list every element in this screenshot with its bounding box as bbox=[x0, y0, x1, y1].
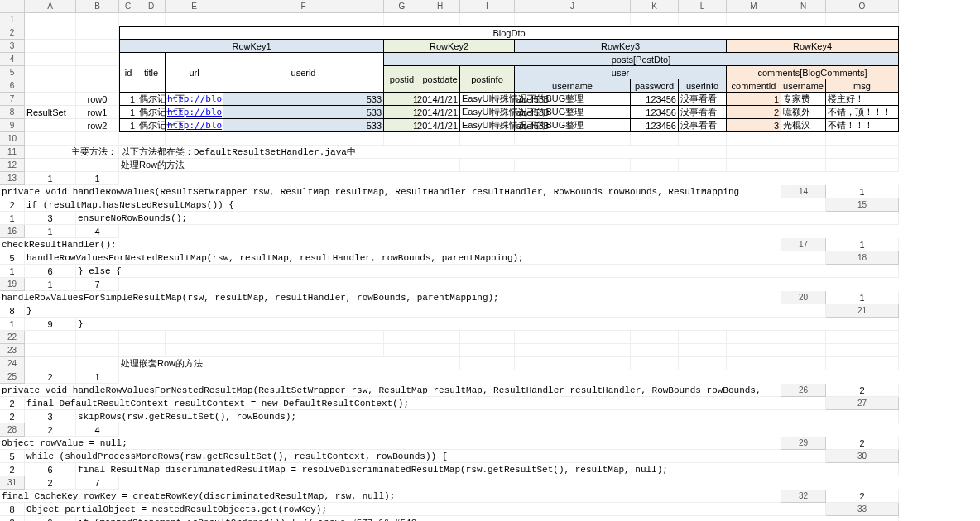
lineno-b[interactable]: 7 bbox=[76, 476, 119, 490]
cell[interactable] bbox=[76, 357, 119, 370]
row-header[interactable]: 21 bbox=[826, 304, 899, 318]
row-header[interactable]: 1 bbox=[0, 13, 25, 26]
row-header[interactable]: 28 bbox=[0, 423, 25, 437]
resultset-label[interactable]: ResultSet bbox=[25, 106, 76, 119]
cell[interactable] bbox=[781, 146, 826, 159]
row-header[interactable]: 22 bbox=[0, 331, 25, 344]
lineno-a[interactable]: 2 bbox=[25, 423, 76, 437]
cell-userid[interactable]: 533 bbox=[223, 119, 384, 132]
row-header[interactable]: 13 bbox=[0, 172, 25, 185]
cell-id[interactable]: 1 bbox=[119, 93, 137, 106]
cell[interactable] bbox=[76, 13, 119, 26]
note-nested-row[interactable]: 处理嵌套Row的方法 bbox=[119, 357, 420, 370]
header-user[interactable]: user bbox=[515, 66, 727, 79]
cell-cuser[interactable]: 专家费 bbox=[781, 93, 826, 106]
cell-userinfo[interactable]: 没事看看 bbox=[679, 106, 727, 119]
cell[interactable] bbox=[679, 13, 727, 26]
cell[interactable] bbox=[727, 146, 781, 159]
header-rowkey1[interactable]: RowKey1 bbox=[119, 40, 384, 53]
cell[interactable] bbox=[727, 132, 781, 146]
cell-commentid[interactable]: 1 bbox=[727, 93, 781, 106]
row-header[interactable]: 27 bbox=[826, 397, 899, 410]
cell[interactable] bbox=[223, 13, 384, 26]
lineno-b[interactable]: 5 bbox=[0, 450, 25, 463]
cell[interactable] bbox=[460, 132, 515, 146]
header-rowkey2[interactable]: RowKey2 bbox=[384, 40, 515, 53]
header-password[interactable]: password bbox=[631, 79, 679, 93]
row-header[interactable]: 12 bbox=[0, 159, 25, 172]
cell[interactable] bbox=[25, 93, 76, 106]
lineno-a[interactable]: 2 bbox=[25, 476, 76, 490]
cell-msg[interactable]: 楼主好！ bbox=[826, 93, 899, 106]
row-header[interactable]: 32 bbox=[781, 490, 826, 503]
cell[interactable] bbox=[223, 132, 384, 146]
row-header[interactable]: 29 bbox=[781, 437, 826, 450]
cell[interactable] bbox=[25, 119, 76, 132]
lineno-b[interactable]: 3 bbox=[25, 212, 76, 225]
cell[interactable] bbox=[76, 40, 119, 53]
lineno-b[interactable]: 1 bbox=[76, 370, 119, 384]
row-label[interactable]: row2 bbox=[76, 119, 119, 132]
cell[interactable] bbox=[166, 344, 223, 357]
cell[interactable] bbox=[727, 357, 781, 370]
lineno-b[interactable]: 6 bbox=[25, 265, 76, 278]
cell[interactable] bbox=[76, 26, 119, 40]
lineno-b[interactable]: 4 bbox=[76, 423, 119, 437]
header-username2[interactable]: username bbox=[781, 79, 826, 93]
cell[interactable] bbox=[137, 13, 166, 26]
cell[interactable] bbox=[166, 132, 223, 146]
column-header[interactable]: C bbox=[119, 0, 137, 13]
row-header[interactable]: 3 bbox=[0, 40, 25, 53]
cell-username[interactable]: abel533 bbox=[515, 106, 631, 119]
cell[interactable] bbox=[679, 357, 727, 370]
code-line[interactable]: private void handleRowValuesForNestedRes… bbox=[0, 384, 781, 397]
lineno-a[interactable]: 2 bbox=[25, 370, 76, 384]
cell[interactable] bbox=[515, 331, 631, 344]
lineno-a[interactable]: 1 bbox=[0, 212, 25, 225]
code-line[interactable]: if (resultMap.hasNestedResultMaps()) { bbox=[25, 198, 826, 212]
cell-title[interactable]: 偶尔记一下 bbox=[137, 119, 166, 132]
lineno-a[interactable]: 2 bbox=[826, 384, 899, 397]
row-header[interactable]: 24 bbox=[0, 357, 25, 370]
cell-password[interactable]: 123456 bbox=[631, 119, 679, 132]
cell[interactable] bbox=[781, 331, 826, 344]
cell-msg[interactable]: 不错！！！ bbox=[826, 119, 899, 132]
cell[interactable] bbox=[826, 357, 899, 370]
header-userid[interactable]: userid bbox=[223, 53, 384, 93]
cell[interactable] bbox=[631, 331, 679, 344]
row-header[interactable]: 23 bbox=[0, 344, 25, 357]
row-header[interactable]: 9 bbox=[0, 119, 25, 132]
lineno-b[interactable]: 8 bbox=[0, 503, 25, 516]
row-header[interactable]: 7 bbox=[0, 93, 25, 106]
header-titlecol[interactable]: title bbox=[137, 53, 166, 93]
cell[interactable] bbox=[826, 344, 899, 357]
cell[interactable] bbox=[25, 159, 76, 172]
code-line[interactable]: handleRowValuesForNestedResultMap(rsw, r… bbox=[25, 251, 826, 265]
cell[interactable] bbox=[420, 13, 460, 26]
cell[interactable] bbox=[826, 13, 899, 26]
row-header[interactable]: 26 bbox=[781, 384, 826, 397]
code-line[interactable]: while (shouldProcessMoreRows(rsw.getResu… bbox=[25, 450, 826, 463]
header-postdate[interactable]: postdate bbox=[420, 66, 460, 93]
row-header[interactable]: 4 bbox=[0, 53, 25, 66]
lineno-a[interactable]: 2 bbox=[826, 437, 899, 450]
lineno-a[interactable]: 2 bbox=[0, 410, 25, 423]
cell-postdate[interactable]: 2014/1/21 bbox=[420, 93, 460, 106]
cell-id[interactable]: 1 bbox=[119, 119, 137, 132]
column-header[interactable]: O bbox=[826, 0, 899, 13]
code-line[interactable]: } else { bbox=[76, 265, 899, 278]
header-comments[interactable]: comments[BlogComments] bbox=[727, 66, 899, 79]
cell-userinfo[interactable]: 没事看看 bbox=[679, 93, 727, 106]
row-label[interactable]: row0 bbox=[76, 93, 119, 106]
cell[interactable] bbox=[137, 132, 166, 146]
lineno-b[interactable]: 2 bbox=[0, 198, 25, 212]
cell-commentid[interactable]: 2 bbox=[727, 106, 781, 119]
lineno-b[interactable]: 6 bbox=[25, 463, 76, 476]
cell[interactable] bbox=[119, 13, 137, 26]
cell[interactable] bbox=[826, 146, 899, 159]
cell[interactable] bbox=[76, 66, 119, 79]
cell[interactable] bbox=[515, 132, 631, 146]
cell-postinfo[interactable]: EasyUI特殊情况下的BUG整理 bbox=[460, 93, 515, 106]
column-header[interactable]: F bbox=[223, 0, 384, 13]
code-line[interactable]: final DefaultResultContext resultContext… bbox=[25, 397, 826, 410]
